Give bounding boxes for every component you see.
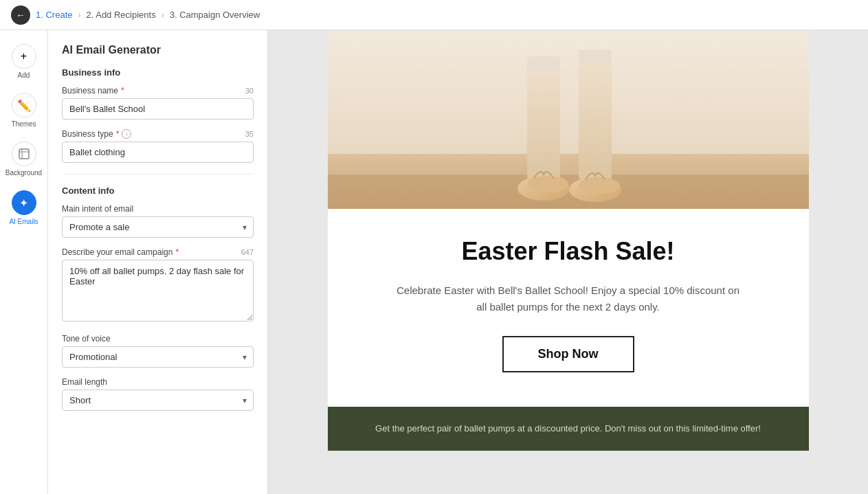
- business-type-label: Business type * i: [62, 129, 131, 139]
- panel-title: AI Email Generator: [62, 44, 254, 56]
- icon-sidebar: + Add ✏️ Themes Background ✦ AI Emails: [0, 30, 48, 494]
- svg-rect-12: [527, 56, 560, 70]
- info-icon[interactable]: i: [122, 129, 131, 139]
- required-star-describe: *: [175, 247, 179, 257]
- sidebar-item-background-label: Background: [5, 169, 42, 177]
- sidebar-item-background[interactable]: Background: [3, 136, 45, 182]
- describe-label: Describe your email campaign *: [62, 247, 179, 257]
- email-length-select-wrapper: Short Medium Long ▾: [62, 390, 254, 411]
- nav-step-2-label: 2. Add Recipients: [86, 10, 155, 20]
- email-footer-text: Get the perfect pair of ballet pumps at …: [355, 422, 781, 436]
- business-name-input[interactable]: [62, 98, 254, 120]
- divider-1: [62, 174, 254, 175]
- tone-select[interactable]: Promotional Friendly Professional Casual: [62, 346, 254, 368]
- background-icon: [12, 142, 36, 166]
- describe-textarea[interactable]: 10% off all ballet pumps. 2 day flash sa…: [62, 260, 254, 322]
- describe-field: Describe your email campaign * 647 10% o…: [62, 247, 254, 324]
- svg-rect-13: [579, 49, 612, 63]
- sidebar-item-themes[interactable]: ✏️ Themes: [3, 87, 45, 133]
- sidebar-item-add-label: Add: [18, 71, 30, 79]
- business-type-input[interactable]: [62, 142, 254, 163]
- business-name-field: Business name * 30: [62, 86, 254, 120]
- business-type-char-count: 35: [245, 130, 254, 138]
- content-info-title: Content info: [62, 186, 254, 196]
- back-button[interactable]: ←: [11, 5, 30, 25]
- nav-step-1[interactable]: 1. Create: [36, 10, 72, 20]
- svg-rect-6: [527, 58, 560, 181]
- required-star-type: *: [116, 129, 120, 139]
- email-length-select[interactable]: Short Medium Long: [62, 390, 254, 411]
- email-title: Easter Flash Sale!: [369, 236, 768, 266]
- business-name-char-count: 30: [245, 87, 254, 95]
- nav-step-2[interactable]: 2. Add Recipients: [86, 10, 155, 20]
- main-intent-field: Main intent of email Promote a sale Anno…: [62, 204, 254, 238]
- svg-rect-9: [579, 51, 612, 181]
- add-icon: +: [12, 44, 36, 69]
- email-body-text: Celebrate Easter with Bell's Ballet Scho…: [397, 282, 740, 315]
- top-nav: ← 1. Create › 2. Add Recipients › 3. Cam…: [0, 0, 868, 30]
- form-panel: AI Email Generator Business info Busines…: [48, 30, 268, 494]
- business-type-field: Business type * i 35: [62, 129, 254, 163]
- nav-step-3-label: 3. Campaign Overview: [170, 10, 260, 20]
- required-star-name: *: [121, 86, 124, 96]
- sidebar-item-themes-label: Themes: [11, 120, 36, 128]
- svg-point-8: [527, 176, 568, 192]
- email-footer: Get the perfect pair of ballet pumps at …: [328, 407, 809, 451]
- sidebar-item-add[interactable]: + Add: [3, 38, 45, 85]
- nav-chevron-2: ›: [162, 10, 164, 20]
- tone-select-wrapper: Promotional Friendly Professional Casual…: [62, 346, 254, 368]
- nav-step-3[interactable]: 3. Campaign Overview: [170, 10, 260, 20]
- preview-area: Easter Flash Sale! Celebrate Easter with…: [268, 30, 868, 494]
- tone-field: Tone of voice Promotional Friendly Profe…: [62, 334, 254, 368]
- sidebar-item-ai-emails[interactable]: ✦ AI Emails: [3, 185, 45, 231]
- ai-emails-icon: ✦: [12, 190, 36, 215]
- back-icon: ←: [16, 10, 25, 21]
- nav-chevron-1: ›: [78, 10, 80, 20]
- svg-rect-0: [19, 149, 29, 159]
- main-intent-select[interactable]: Promote a sale Announce event Newsletter…: [62, 216, 254, 238]
- tone-label: Tone of voice: [62, 334, 111, 344]
- email-preview: Easter Flash Sale! Celebrate Easter with…: [328, 30, 809, 451]
- ballet-visual: [328, 30, 809, 209]
- nav-step-1-label: 1. Create: [36, 10, 72, 20]
- email-length-field: Email length Short Medium Long ▾: [62, 377, 254, 411]
- themes-icon: ✏️: [12, 93, 36, 117]
- business-name-label: Business name *: [62, 86, 124, 96]
- main-intent-label: Main intent of email: [62, 204, 133, 214]
- describe-char-count: 647: [241, 248, 254, 256]
- shop-now-button[interactable]: Shop Now: [502, 336, 634, 372]
- svg-point-11: [579, 177, 620, 194]
- business-info-title: Business info: [62, 67, 254, 78]
- main-intent-select-wrapper: Promote a sale Announce event Newsletter…: [62, 216, 254, 238]
- svg-rect-4: [328, 30, 809, 154]
- email-hero: [328, 30, 809, 209]
- email-length-label: Email length: [62, 377, 107, 387]
- email-body: Easter Flash Sale! Celebrate Easter with…: [328, 209, 809, 407]
- sidebar-item-ai-emails-label: AI Emails: [9, 218, 38, 225]
